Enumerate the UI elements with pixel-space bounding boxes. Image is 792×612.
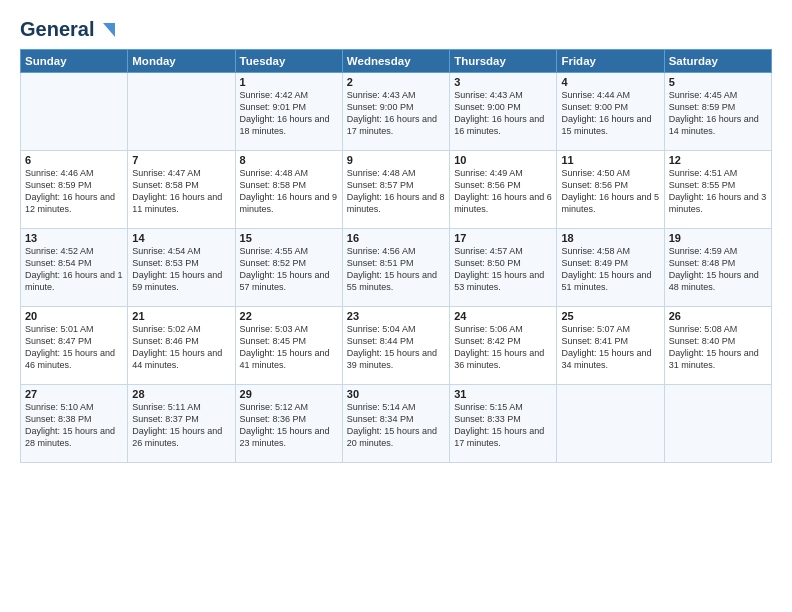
days-header-row: SundayMondayTuesdayWednesdayThursdayFrid… bbox=[21, 50, 772, 73]
calendar-page: General SundayMondayTuesdayWednesdayThur… bbox=[0, 0, 792, 612]
cell-content: Sunrise: 4:43 AM Sunset: 9:00 PM Dayligh… bbox=[454, 89, 552, 138]
cell-content: Sunrise: 5:10 AM Sunset: 8:38 PM Dayligh… bbox=[25, 401, 123, 450]
cell-content: Sunrise: 4:47 AM Sunset: 8:58 PM Dayligh… bbox=[132, 167, 230, 216]
cell-content: Sunrise: 4:58 AM Sunset: 8:49 PM Dayligh… bbox=[561, 245, 659, 294]
day-number: 30 bbox=[347, 388, 445, 400]
logo-general: General bbox=[20, 18, 94, 41]
logo: General bbox=[20, 18, 117, 39]
calendar-cell: 11Sunrise: 4:50 AM Sunset: 8:56 PM Dayli… bbox=[557, 151, 664, 229]
day-number: 18 bbox=[561, 232, 659, 244]
day-number: 2 bbox=[347, 76, 445, 88]
cell-content: Sunrise: 4:49 AM Sunset: 8:56 PM Dayligh… bbox=[454, 167, 552, 216]
cell-content: Sunrise: 4:42 AM Sunset: 9:01 PM Dayligh… bbox=[240, 89, 338, 138]
cell-content: Sunrise: 5:02 AM Sunset: 8:46 PM Dayligh… bbox=[132, 323, 230, 372]
day-header-thursday: Thursday bbox=[450, 50, 557, 73]
day-number: 3 bbox=[454, 76, 552, 88]
calendar-cell: 24Sunrise: 5:06 AM Sunset: 8:42 PM Dayli… bbox=[450, 307, 557, 385]
cell-content: Sunrise: 5:03 AM Sunset: 8:45 PM Dayligh… bbox=[240, 323, 338, 372]
calendar-cell: 28Sunrise: 5:11 AM Sunset: 8:37 PM Dayli… bbox=[128, 385, 235, 463]
cell-content: Sunrise: 4:52 AM Sunset: 8:54 PM Dayligh… bbox=[25, 245, 123, 294]
day-number: 1 bbox=[240, 76, 338, 88]
calendar-cell: 10Sunrise: 4:49 AM Sunset: 8:56 PM Dayli… bbox=[450, 151, 557, 229]
day-number: 31 bbox=[454, 388, 552, 400]
cell-content: Sunrise: 5:11 AM Sunset: 8:37 PM Dayligh… bbox=[132, 401, 230, 450]
day-number: 23 bbox=[347, 310, 445, 322]
calendar-cell: 4Sunrise: 4:44 AM Sunset: 9:00 PM Daylig… bbox=[557, 73, 664, 151]
calendar-cell: 20Sunrise: 5:01 AM Sunset: 8:47 PM Dayli… bbox=[21, 307, 128, 385]
calendar-cell: 26Sunrise: 5:08 AM Sunset: 8:40 PM Dayli… bbox=[664, 307, 771, 385]
cell-content: Sunrise: 4:48 AM Sunset: 8:58 PM Dayligh… bbox=[240, 167, 338, 216]
cell-content: Sunrise: 5:07 AM Sunset: 8:41 PM Dayligh… bbox=[561, 323, 659, 372]
day-number: 27 bbox=[25, 388, 123, 400]
cell-content: Sunrise: 4:44 AM Sunset: 9:00 PM Dayligh… bbox=[561, 89, 659, 138]
day-header-wednesday: Wednesday bbox=[342, 50, 449, 73]
calendar-cell: 2Sunrise: 4:43 AM Sunset: 9:00 PM Daylig… bbox=[342, 73, 449, 151]
calendar-cell: 22Sunrise: 5:03 AM Sunset: 8:45 PM Dayli… bbox=[235, 307, 342, 385]
cell-content: Sunrise: 4:54 AM Sunset: 8:53 PM Dayligh… bbox=[132, 245, 230, 294]
cell-content: Sunrise: 5:14 AM Sunset: 8:34 PM Dayligh… bbox=[347, 401, 445, 450]
day-header-tuesday: Tuesday bbox=[235, 50, 342, 73]
calendar-cell: 14Sunrise: 4:54 AM Sunset: 8:53 PM Dayli… bbox=[128, 229, 235, 307]
calendar-cell: 5Sunrise: 4:45 AM Sunset: 8:59 PM Daylig… bbox=[664, 73, 771, 151]
day-number: 8 bbox=[240, 154, 338, 166]
calendar-cell: 6Sunrise: 4:46 AM Sunset: 8:59 PM Daylig… bbox=[21, 151, 128, 229]
day-number: 4 bbox=[561, 76, 659, 88]
cell-content: Sunrise: 4:43 AM Sunset: 9:00 PM Dayligh… bbox=[347, 89, 445, 138]
day-header-monday: Monday bbox=[128, 50, 235, 73]
cell-content: Sunrise: 5:08 AM Sunset: 8:40 PM Dayligh… bbox=[669, 323, 767, 372]
day-number: 9 bbox=[347, 154, 445, 166]
svg-marker-0 bbox=[103, 23, 115, 37]
day-number: 15 bbox=[240, 232, 338, 244]
header: General bbox=[20, 18, 772, 39]
week-row-2: 6Sunrise: 4:46 AM Sunset: 8:59 PM Daylig… bbox=[21, 151, 772, 229]
calendar-cell bbox=[128, 73, 235, 151]
week-row-5: 27Sunrise: 5:10 AM Sunset: 8:38 PM Dayli… bbox=[21, 385, 772, 463]
calendar-cell: 17Sunrise: 4:57 AM Sunset: 8:50 PM Dayli… bbox=[450, 229, 557, 307]
calendar-cell: 16Sunrise: 4:56 AM Sunset: 8:51 PM Dayli… bbox=[342, 229, 449, 307]
day-header-sunday: Sunday bbox=[21, 50, 128, 73]
cell-content: Sunrise: 5:04 AM Sunset: 8:44 PM Dayligh… bbox=[347, 323, 445, 372]
day-number: 26 bbox=[669, 310, 767, 322]
calendar-cell bbox=[557, 385, 664, 463]
day-number: 16 bbox=[347, 232, 445, 244]
day-number: 20 bbox=[25, 310, 123, 322]
calendar-cell: 12Sunrise: 4:51 AM Sunset: 8:55 PM Dayli… bbox=[664, 151, 771, 229]
calendar-cell: 23Sunrise: 5:04 AM Sunset: 8:44 PM Dayli… bbox=[342, 307, 449, 385]
cell-content: Sunrise: 5:15 AM Sunset: 8:33 PM Dayligh… bbox=[454, 401, 552, 450]
day-number: 10 bbox=[454, 154, 552, 166]
cell-content: Sunrise: 4:55 AM Sunset: 8:52 PM Dayligh… bbox=[240, 245, 338, 294]
day-number: 11 bbox=[561, 154, 659, 166]
week-row-3: 13Sunrise: 4:52 AM Sunset: 8:54 PM Dayli… bbox=[21, 229, 772, 307]
calendar-cell: 15Sunrise: 4:55 AM Sunset: 8:52 PM Dayli… bbox=[235, 229, 342, 307]
calendar-cell: 13Sunrise: 4:52 AM Sunset: 8:54 PM Dayli… bbox=[21, 229, 128, 307]
cell-content: Sunrise: 5:01 AM Sunset: 8:47 PM Dayligh… bbox=[25, 323, 123, 372]
cell-content: Sunrise: 5:12 AM Sunset: 8:36 PM Dayligh… bbox=[240, 401, 338, 450]
week-row-1: 1Sunrise: 4:42 AM Sunset: 9:01 PM Daylig… bbox=[21, 73, 772, 151]
day-header-saturday: Saturday bbox=[664, 50, 771, 73]
calendar-cell: 21Sunrise: 5:02 AM Sunset: 8:46 PM Dayli… bbox=[128, 307, 235, 385]
cell-content: Sunrise: 4:46 AM Sunset: 8:59 PM Dayligh… bbox=[25, 167, 123, 216]
day-number: 22 bbox=[240, 310, 338, 322]
day-number: 14 bbox=[132, 232, 230, 244]
day-number: 21 bbox=[132, 310, 230, 322]
calendar-cell: 3Sunrise: 4:43 AM Sunset: 9:00 PM Daylig… bbox=[450, 73, 557, 151]
week-row-4: 20Sunrise: 5:01 AM Sunset: 8:47 PM Dayli… bbox=[21, 307, 772, 385]
calendar-cell: 29Sunrise: 5:12 AM Sunset: 8:36 PM Dayli… bbox=[235, 385, 342, 463]
cell-content: Sunrise: 4:56 AM Sunset: 8:51 PM Dayligh… bbox=[347, 245, 445, 294]
cell-content: Sunrise: 4:57 AM Sunset: 8:50 PM Dayligh… bbox=[454, 245, 552, 294]
calendar-cell: 25Sunrise: 5:07 AM Sunset: 8:41 PM Dayli… bbox=[557, 307, 664, 385]
cell-content: Sunrise: 4:59 AM Sunset: 8:48 PM Dayligh… bbox=[669, 245, 767, 294]
cell-content: Sunrise: 4:48 AM Sunset: 8:57 PM Dayligh… bbox=[347, 167, 445, 216]
day-number: 28 bbox=[132, 388, 230, 400]
day-number: 6 bbox=[25, 154, 123, 166]
calendar-cell: 7Sunrise: 4:47 AM Sunset: 8:58 PM Daylig… bbox=[128, 151, 235, 229]
calendar-cell: 30Sunrise: 5:14 AM Sunset: 8:34 PM Dayli… bbox=[342, 385, 449, 463]
day-number: 29 bbox=[240, 388, 338, 400]
calendar-cell: 8Sunrise: 4:48 AM Sunset: 8:58 PM Daylig… bbox=[235, 151, 342, 229]
calendar-cell: 27Sunrise: 5:10 AM Sunset: 8:38 PM Dayli… bbox=[21, 385, 128, 463]
day-number: 13 bbox=[25, 232, 123, 244]
calendar-cell bbox=[21, 73, 128, 151]
cell-content: Sunrise: 5:06 AM Sunset: 8:42 PM Dayligh… bbox=[454, 323, 552, 372]
calendar-cell: 18Sunrise: 4:58 AM Sunset: 8:49 PM Dayli… bbox=[557, 229, 664, 307]
calendar-cell: 9Sunrise: 4:48 AM Sunset: 8:57 PM Daylig… bbox=[342, 151, 449, 229]
